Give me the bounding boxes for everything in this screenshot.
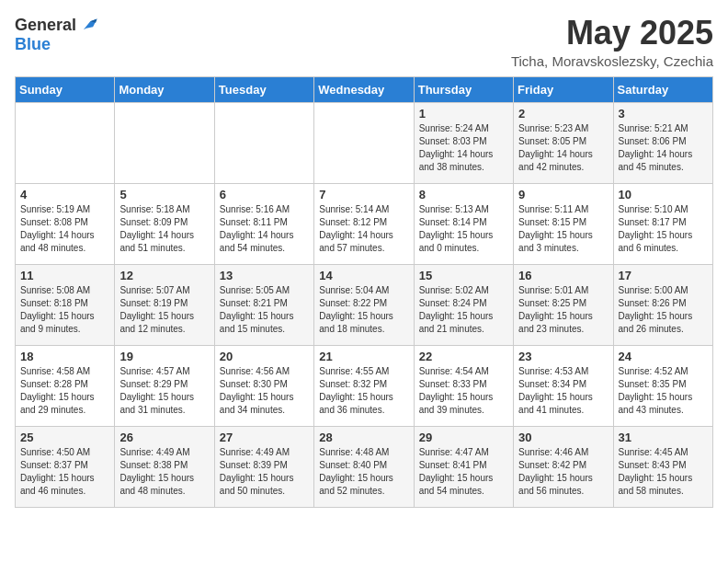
calendar-cell: 19Sunrise: 4:57 AM Sunset: 8:29 PM Dayli… — [115, 345, 214, 426]
day-content: Sunrise: 5:04 AM Sunset: 8:22 PM Dayligh… — [319, 284, 408, 336]
day-number: 14 — [319, 269, 408, 282]
calendar-cell: 20Sunrise: 4:56 AM Sunset: 8:30 PM Dayli… — [214, 345, 313, 426]
calendar-cell: 14Sunrise: 5:04 AM Sunset: 8:22 PM Dayli… — [314, 264, 414, 345]
calendar-cell: 15Sunrise: 5:02 AM Sunset: 8:24 PM Dayli… — [414, 264, 513, 345]
calendar-cell: 16Sunrise: 5:01 AM Sunset: 8:25 PM Dayli… — [514, 264, 613, 345]
day-number: 31 — [619, 431, 708, 444]
calendar-week-row: 18Sunrise: 4:58 AM Sunset: 8:28 PM Dayli… — [16, 345, 713, 426]
day-number: 2 — [518, 107, 608, 121]
day-content: Sunrise: 5:13 AM Sunset: 8:14 PM Dayligh… — [419, 203, 508, 255]
calendar-cell: 22Sunrise: 4:54 AM Sunset: 8:33 PM Dayli… — [414, 345, 513, 426]
calendar-cell: 13Sunrise: 5:05 AM Sunset: 8:21 PM Dayli… — [214, 264, 313, 345]
day-content: Sunrise: 4:54 AM Sunset: 8:33 PM Dayligh… — [419, 365, 508, 417]
page-header: General Blue May 2025 Ticha, Moravskosle… — [15, 15, 713, 69]
calendar-cell: 7Sunrise: 5:14 AM Sunset: 8:12 PM Daylig… — [314, 183, 414, 264]
day-number: 21 — [319, 350, 408, 363]
logo-bird-icon — [78, 15, 98, 35]
calendar-cell: 18Sunrise: 4:58 AM Sunset: 8:28 PM Dayli… — [16, 345, 115, 426]
month-title: May 2025 — [511, 15, 713, 52]
day-content: Sunrise: 5:00 AM Sunset: 8:26 PM Dayligh… — [619, 284, 708, 336]
day-number: 13 — [220, 269, 309, 282]
weekday-header-row: SundayMondayTuesdayWednesdayThursdayFrid… — [16, 76, 713, 102]
calendar-table: SundayMondayTuesdayWednesdayThursdayFrid… — [15, 76, 713, 508]
day-number: 12 — [119, 269, 209, 282]
day-content: Sunrise: 5:18 AM Sunset: 8:09 PM Dayligh… — [119, 203, 209, 255]
day-number: 28 — [319, 431, 408, 444]
day-number: 9 — [518, 188, 608, 201]
logo: General Blue — [15, 15, 98, 54]
day-content: Sunrise: 4:49 AM Sunset: 8:38 PM Dayligh… — [119, 446, 209, 498]
day-number: 10 — [619, 188, 708, 201]
day-content: Sunrise: 5:11 AM Sunset: 8:15 PM Dayligh… — [518, 203, 608, 255]
calendar-cell — [214, 102, 313, 183]
day-content: Sunrise: 5:23 AM Sunset: 8:05 PM Dayligh… — [518, 122, 608, 174]
calendar-cell: 31Sunrise: 4:45 AM Sunset: 8:43 PM Dayli… — [613, 426, 712, 507]
day-content: Sunrise: 5:21 AM Sunset: 8:06 PM Dayligh… — [619, 122, 708, 174]
location-subtitle: Ticha, Moravskoslezsky, Czechia — [511, 53, 713, 69]
calendar-cell: 4Sunrise: 5:19 AM Sunset: 8:08 PM Daylig… — [16, 183, 115, 264]
calendar-cell: 2Sunrise: 5:23 AM Sunset: 8:05 PM Daylig… — [514, 102, 613, 183]
calendar-cell: 5Sunrise: 5:18 AM Sunset: 8:09 PM Daylig… — [115, 183, 214, 264]
calendar-week-row: 1Sunrise: 5:24 AM Sunset: 8:03 PM Daylig… — [16, 102, 713, 183]
day-number: 20 — [220, 350, 309, 363]
weekday-header-wednesday: Wednesday — [314, 76, 414, 102]
calendar-cell: 25Sunrise: 4:50 AM Sunset: 8:37 PM Dayli… — [16, 426, 115, 507]
calendar-cell: 12Sunrise: 5:07 AM Sunset: 8:19 PM Dayli… — [115, 264, 214, 345]
weekday-header-friday: Friday — [514, 76, 613, 102]
day-content: Sunrise: 4:52 AM Sunset: 8:35 PM Dayligh… — [619, 365, 708, 417]
calendar-cell: 10Sunrise: 5:10 AM Sunset: 8:17 PM Dayli… — [613, 183, 712, 264]
calendar-cell — [314, 102, 414, 183]
day-number: 16 — [518, 269, 608, 282]
calendar-cell: 8Sunrise: 5:13 AM Sunset: 8:14 PM Daylig… — [414, 183, 513, 264]
calendar-cell: 23Sunrise: 4:53 AM Sunset: 8:34 PM Dayli… — [514, 345, 613, 426]
day-content: Sunrise: 5:16 AM Sunset: 8:11 PM Dayligh… — [220, 203, 309, 255]
day-content: Sunrise: 4:55 AM Sunset: 8:32 PM Dayligh… — [319, 365, 408, 417]
day-number: 15 — [419, 269, 508, 282]
day-number: 7 — [319, 188, 408, 201]
calendar-cell: 30Sunrise: 4:46 AM Sunset: 8:42 PM Dayli… — [514, 426, 613, 507]
day-number: 22 — [419, 350, 508, 363]
calendar-week-row: 4Sunrise: 5:19 AM Sunset: 8:08 PM Daylig… — [16, 183, 713, 264]
calendar-cell: 1Sunrise: 5:24 AM Sunset: 8:03 PM Daylig… — [414, 102, 513, 183]
day-content: Sunrise: 4:56 AM Sunset: 8:30 PM Dayligh… — [220, 365, 309, 417]
day-number: 6 — [220, 188, 309, 201]
calendar-cell: 29Sunrise: 4:47 AM Sunset: 8:41 PM Dayli… — [414, 426, 513, 507]
day-content: Sunrise: 4:53 AM Sunset: 8:34 PM Dayligh… — [518, 365, 608, 417]
calendar-cell: 27Sunrise: 4:49 AM Sunset: 8:39 PM Dayli… — [214, 426, 313, 507]
day-number: 3 — [619, 107, 708, 121]
day-content: Sunrise: 5:02 AM Sunset: 8:24 PM Dayligh… — [419, 284, 508, 336]
calendar-cell: 24Sunrise: 4:52 AM Sunset: 8:35 PM Dayli… — [613, 345, 712, 426]
weekday-header-saturday: Saturday — [613, 76, 712, 102]
day-number: 29 — [419, 431, 508, 444]
calendar-cell: 9Sunrise: 5:11 AM Sunset: 8:15 PM Daylig… — [514, 183, 613, 264]
day-content: Sunrise: 4:45 AM Sunset: 8:43 PM Dayligh… — [619, 446, 708, 498]
calendar-week-row: 11Sunrise: 5:08 AM Sunset: 8:18 PM Dayli… — [16, 264, 713, 345]
day-number: 17 — [619, 269, 708, 282]
day-content: Sunrise: 4:50 AM Sunset: 8:37 PM Dayligh… — [20, 446, 109, 498]
logo-blue-text: Blue — [15, 35, 51, 53]
calendar-cell: 6Sunrise: 5:16 AM Sunset: 8:11 PM Daylig… — [214, 183, 313, 264]
day-number: 23 — [518, 350, 608, 363]
weekday-header-monday: Monday — [115, 76, 214, 102]
day-number: 5 — [119, 188, 209, 201]
day-number: 4 — [20, 188, 109, 201]
weekday-header-thursday: Thursday — [414, 76, 513, 102]
calendar-cell — [16, 102, 115, 183]
weekday-header-sunday: Sunday — [16, 76, 115, 102]
day-content: Sunrise: 5:08 AM Sunset: 8:18 PM Dayligh… — [20, 284, 109, 336]
day-content: Sunrise: 5:14 AM Sunset: 8:12 PM Dayligh… — [319, 203, 408, 255]
logo-general-text: General — [15, 16, 76, 35]
day-content: Sunrise: 5:05 AM Sunset: 8:21 PM Dayligh… — [220, 284, 309, 336]
day-number: 25 — [20, 431, 109, 444]
day-number: 11 — [20, 269, 109, 282]
calendar-cell: 3Sunrise: 5:21 AM Sunset: 8:06 PM Daylig… — [613, 102, 712, 183]
day-content: Sunrise: 5:24 AM Sunset: 8:03 PM Dayligh… — [419, 122, 508, 174]
day-number: 19 — [119, 350, 209, 363]
day-content: Sunrise: 4:49 AM Sunset: 8:39 PM Dayligh… — [220, 446, 309, 498]
day-number: 18 — [20, 350, 109, 363]
calendar-cell — [115, 102, 214, 183]
weekday-header-tuesday: Tuesday — [214, 76, 313, 102]
day-number: 30 — [518, 431, 608, 444]
day-content: Sunrise: 4:46 AM Sunset: 8:42 PM Dayligh… — [518, 446, 608, 498]
day-content: Sunrise: 4:48 AM Sunset: 8:40 PM Dayligh… — [319, 446, 408, 498]
